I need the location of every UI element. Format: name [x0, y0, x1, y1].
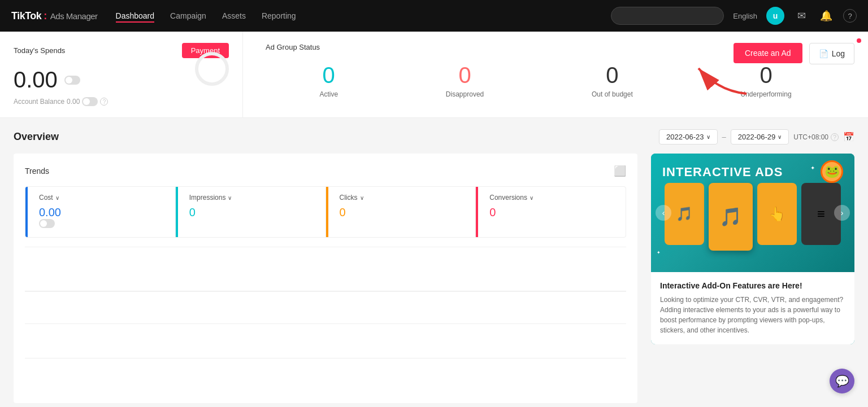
chevron-down-from-icon: ∨	[706, 134, 710, 140]
metric-chips: Cost ∨ 0.00 Impressions ∨	[25, 186, 626, 238]
cost-chip-label: Cost ∨	[39, 194, 166, 202]
conversions-chip: Conversions ∨ 0	[476, 187, 626, 237]
top-actions: Create an Ad 📄 Log	[720, 32, 868, 76]
nav-dashboard[interactable]: Dashboard	[116, 9, 155, 23]
disapproved-count: 0	[446, 63, 484, 88]
metric-out-of-budget: 0 Out of budget	[592, 63, 633, 98]
date-from-value: 2022-06-23	[666, 133, 704, 141]
avatar[interactable]: u	[766, 7, 784, 25]
banner-content-text: Looking to optimize your CTR, CVR, VTR, …	[660, 295, 845, 335]
timezone-info-icon: ?	[831, 133, 839, 141]
cost-chevron-icon[interactable]: ∨	[55, 195, 59, 201]
ad-group-status-card: Ad Group Status 0 Active 0 Disapproved 0…	[243, 32, 868, 117]
tiktok-text: TikTok	[11, 10, 41, 22]
date-to-value: 2022-06-29	[738, 133, 776, 141]
active-count: 0	[319, 63, 338, 88]
cost-chip: Cost ∨ 0.00	[25, 187, 176, 237]
metric-disapproved: 0 Disapproved	[446, 63, 484, 98]
help-icon[interactable]: ?	[843, 9, 857, 23]
budget-count: 0	[592, 63, 633, 88]
banner-prev-button[interactable]: ‹	[656, 205, 671, 221]
conversions-chevron-icon[interactable]: ∨	[530, 195, 533, 201]
nav-links: Dashboard Campaign Assets Reporting	[116, 9, 593, 23]
main-layout: Trends ⬜ Cost ∨ 0.00	[14, 154, 854, 407]
export-icon[interactable]: ⬜	[614, 165, 626, 177]
underperform-label: Underperforming	[741, 90, 792, 98]
account-balance: Account Balance 0.00 ?	[14, 97, 229, 106]
right-panel: INTERACTIVE ADS 🐸 ✦ ✦ 🎵 🎵	[651, 154, 854, 407]
metric-active: 0 Active	[319, 63, 338, 98]
chart-area	[25, 247, 626, 314]
trends-card: Trends ⬜ Cost ∨ 0.00	[14, 154, 637, 403]
impressions-chip-border	[176, 187, 178, 237]
banner-content-title: Interactive Add-On Features are Here!	[660, 281, 845, 290]
balance-toggle[interactable]	[82, 97, 98, 106]
navbar: TikTok: Ads Manager Dashboard Campaign A…	[0, 0, 868, 32]
search-input[interactable]	[611, 7, 724, 25]
nav-assets[interactable]: Assets	[222, 9, 246, 23]
brand-logo: TikTok: Ads Manager	[11, 10, 98, 22]
overview-section: Overview 2022-06-23 ∨ – 2022-06-29 ∨ UTC…	[0, 118, 868, 407]
banner-content: Interactive Add-On Features are Here! Lo…	[651, 272, 854, 344]
budget-label: Out of budget	[592, 90, 633, 98]
log-icon: 📄	[819, 49, 828, 58]
chart-bottom-area	[25, 358, 626, 392]
active-label: Active	[319, 90, 338, 98]
banner-image: INTERACTIVE ADS 🐸 ✦ ✦ 🎵 🎵	[651, 154, 854, 272]
chat-bubble[interactable]: 💬	[830, 369, 854, 393]
cost-chip-border	[25, 187, 28, 237]
chart-line	[25, 291, 626, 292]
cost-toggle[interactable]	[39, 219, 55, 228]
bell-icon[interactable]: 🔔	[818, 8, 834, 24]
clicks-chip: Clicks ∨ 0	[326, 187, 476, 237]
bottom-divider	[25, 358, 626, 358]
date-from-picker[interactable]: 2022-06-23 ∨	[659, 129, 718, 145]
today-spends-card: Today's Spends Payment 0.00 Account Bala…	[0, 32, 243, 117]
create-ad-button[interactable]: Create an Ad	[734, 43, 802, 63]
impressions-chip-label: Impressions ∨	[189, 194, 316, 202]
content: Today's Spends Payment 0.00 Account Bala…	[0, 32, 868, 407]
spends-title: Today's Spends	[14, 46, 65, 55]
conversions-chip-border	[476, 187, 478, 237]
ads-manager-text: Ads Manager	[50, 11, 98, 21]
spend-amount: 0.00	[14, 67, 80, 93]
banner-cards: 🎵 🎵 👆 ≡	[656, 166, 850, 260]
log-button[interactable]: 📄 Log	[809, 43, 854, 64]
clicks-chip-label: Clicks ∨	[340, 194, 467, 202]
banner-card-2: 🎵	[709, 183, 753, 251]
chevron-down-to-icon: ∨	[778, 134, 782, 140]
overview-header: Overview 2022-06-23 ∨ – 2022-06-29 ∨ UTC…	[14, 129, 854, 145]
navbar-right: English u ✉ 🔔 ?	[611, 7, 857, 25]
spend-toggle[interactable]	[64, 76, 80, 85]
trends-title: Trends	[25, 167, 49, 176]
conversions-chip-label: Conversions ∨	[489, 194, 617, 202]
calendar-icon[interactable]: 📅	[843, 132, 854, 142]
date-separator: –	[722, 133, 726, 141]
impressions-chip: Impressions ∨ 0	[176, 187, 326, 237]
notification-dot	[857, 38, 861, 43]
clicks-chevron-icon[interactable]: ∨	[360, 195, 364, 201]
overview-title: Overview	[14, 131, 59, 143]
left-panel: Trends ⬜ Cost ∨ 0.00	[14, 154, 651, 407]
cost-chip-value: 0.00	[39, 206, 166, 219]
mail-icon[interactable]: ✉	[793, 8, 809, 24]
nav-reporting[interactable]: Reporting	[262, 9, 296, 23]
timezone-label: UTC+08:00 ?	[793, 133, 839, 141]
date-to-picker[interactable]: 2022-06-29 ∨	[731, 129, 789, 145]
date-range: 2022-06-23 ∨ – 2022-06-29 ∨ UTC+08:00 ? …	[659, 129, 854, 145]
trends-header: Trends ⬜	[25, 165, 626, 177]
clicks-chip-border	[326, 187, 328, 237]
banner-card-3: 👆	[757, 183, 797, 245]
impressions-chip-value: 0	[189, 206, 316, 219]
clicks-chip-value: 0	[340, 206, 467, 219]
language-selector[interactable]: English	[733, 12, 757, 20]
donut-chart	[195, 52, 229, 86]
banner-next-button[interactable]: ›	[834, 205, 850, 221]
conversions-chip-value: 0	[489, 206, 617, 219]
top-row: Today's Spends Payment 0.00 Account Bala…	[0, 32, 868, 118]
balance-info-icon: ?	[100, 98, 108, 106]
disapproved-label: Disapproved	[446, 90, 484, 98]
nav-campaign[interactable]: Campaign	[170, 9, 206, 23]
impressions-chevron-icon[interactable]: ∨	[228, 195, 232, 201]
spends-card-header: Today's Spends Payment	[14, 43, 229, 58]
